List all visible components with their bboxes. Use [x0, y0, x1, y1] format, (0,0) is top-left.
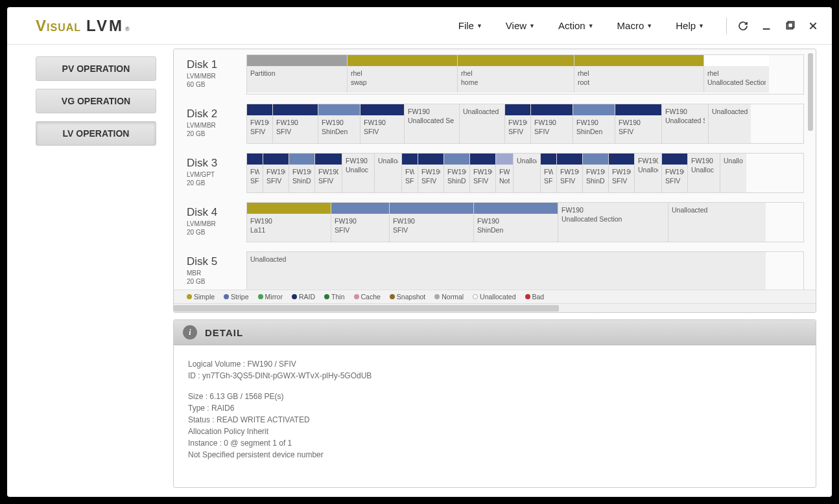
menu-macro[interactable]: Macro▼	[606, 15, 665, 36]
legend-item: Normal	[434, 293, 464, 301]
disk-segment[interactable]: FW190SFIV	[541, 154, 557, 192]
detail-panel: i DETAIL Logical Volume : FW190 / SFIV I…	[173, 319, 816, 488]
close-icon[interactable]	[807, 20, 819, 32]
disk-meta: LVM/GPT20 GB	[187, 170, 246, 187]
menu-file[interactable]: File▼	[447, 15, 494, 36]
disk-segment[interactable]: FW190La11	[247, 203, 331, 242]
lv-operation-button[interactable]: LV OPERATION	[36, 121, 156, 146]
minimize-icon[interactable]	[761, 20, 772, 32]
disk-segment[interactable]: FW190SFIV	[263, 154, 289, 192]
disk-name: Disk 2	[187, 108, 246, 120]
disk-segment[interactable]: Unalloa	[514, 154, 541, 192]
disk-row: Disk 4LVM/MBR20 GBFW190La11FW190SFIVFW19…	[187, 202, 804, 242]
disk-segment[interactable]: FW190SFIV	[315, 154, 342, 192]
disk-segment[interactable]: FW190Unallocated Se	[405, 104, 460, 143]
legend-item: Simple	[187, 293, 215, 301]
disk-segment[interactable]: FW190Unalloc	[688, 154, 720, 192]
disk-segment[interactable]: Unalloacted	[247, 252, 766, 290]
horizontal-scrollbar[interactable]	[174, 303, 816, 312]
legend-item: Thin	[324, 293, 344, 301]
info-icon: i	[183, 325, 197, 339]
disk-segment[interactable]: Unalloa	[720, 154, 746, 192]
menu-action[interactable]: Action▼	[547, 15, 606, 36]
detail-inst: Instance : 0 @ segment 1 of 1	[188, 437, 801, 449]
disk-segment[interactable]: rhelUnallocated Section	[704, 55, 769, 93]
caret-down-icon: ▼	[477, 23, 482, 29]
disk-segment[interactable]: rhelswap	[348, 55, 458, 93]
detail-id: ID : yn7TGh-3QS5-DlNt-pGWX-WTvX-plHy-5GO…	[188, 370, 801, 382]
legend-item: Unallocated	[473, 293, 515, 301]
disk-segment[interactable]: Unalloacted	[460, 104, 505, 143]
disk-segment[interactable]: FW190SFIV	[615, 104, 662, 143]
disk-segment[interactable]: FW190Unalloc	[342, 154, 375, 192]
legend-item: Stripe	[224, 293, 248, 301]
disk-name: Disk 5	[187, 255, 246, 268]
disk-segment[interactable]: FW190ShinDen	[318, 104, 360, 143]
disk-segment[interactable]: FW190SFIV	[360, 104, 405, 143]
disk-segment[interactable]: rhelhome	[458, 55, 574, 93]
disk-row: Disk 5MBR20 GBUnalloacted	[187, 251, 804, 290]
menu-view[interactable]: View▼	[494, 15, 547, 36]
disk-segment[interactable]: Unalloacted	[709, 104, 751, 143]
disk-row: Disk 2LVM/MBR20 GBFW190SFIVFW190SFIVFW19…	[187, 104, 804, 144]
disk-segment[interactable]: FW190Not	[496, 154, 514, 192]
disk-segment[interactable]: Unalloacted	[668, 203, 766, 242]
menu-help[interactable]: Help▼	[664, 15, 716, 36]
disk-segment[interactable]: FW190SFIV	[609, 154, 635, 192]
disk-name: Disk 1	[187, 58, 246, 71]
legend-item: Mirror	[258, 293, 283, 301]
pv-operation-button[interactable]: PV OPERATION	[36, 56, 156, 81]
disk-meta: MBR20 GB	[187, 269, 246, 286]
disk-visualization-panel: Disk 1LVM/MBR60 GBPartitionrhelswaprhelh…	[173, 49, 816, 313]
disk-row: Disk 1LVM/MBR60 GBPartitionrhelswaprhelh…	[187, 54, 804, 95]
disk-segment[interactable]: FW190Unallocated S	[662, 104, 709, 143]
app-logo: VISUAL LVM®	[36, 17, 130, 35]
disk-meta: LVM/MBR20 GB	[187, 121, 246, 138]
detail-dev: Not Specified persistent device number	[188, 449, 801, 461]
disk-segment[interactable]: FW190SFIV	[418, 154, 444, 192]
caret-down-icon: ▼	[588, 23, 594, 29]
disk-segment[interactable]: FW190SFIV	[273, 104, 318, 143]
disk-segment[interactable]: FW190SFIV	[331, 203, 390, 242]
detail-size: Size : 6.13 GB / 1568 PE(s)	[188, 391, 801, 402]
disk-segment[interactable]: FW190ShinDen	[583, 154, 609, 192]
disk-segment[interactable]: FW190SFIV	[247, 104, 273, 143]
disk-segment[interactable]: FW190Unallocated Section	[558, 203, 668, 242]
disk-segment[interactable]: Unalloa	[375, 154, 402, 192]
disk-segment[interactable]: FW190SFIV	[662, 154, 688, 192]
maximize-icon[interactable]	[784, 20, 796, 32]
vertical-scrollbar[interactable]	[808, 53, 814, 290]
disk-segment[interactable]: FW190Unalloc	[635, 154, 662, 192]
disk-row: Disk 3LVM/GPT20 GBFW190SFIVFW190SFIVFW19…	[187, 153, 804, 193]
caret-down-icon: ▼	[698, 23, 704, 29]
disk-segment[interactable]: FW190ShinDen	[289, 154, 315, 192]
disk-segment[interactable]: FW190SFIV	[531, 104, 573, 143]
disk-segment[interactable]: FW190ShinDen	[444, 154, 470, 192]
vg-operation-button[interactable]: VG OPERATION	[36, 89, 156, 113]
detail-lv: Logical Volume : FW190 / SFIV	[188, 358, 801, 370]
disk-segment[interactable]: FW190SFIV	[557, 154, 583, 192]
caret-down-icon: ▼	[529, 23, 535, 29]
disk-name: Disk 4	[187, 206, 246, 219]
disk-segment[interactable]: FW190SFIV	[505, 104, 531, 143]
disk-name: Disk 3	[187, 157, 246, 170]
disk-segment[interactable]: FW190SFIV	[402, 154, 418, 192]
detail-type: Type : RAID6	[188, 402, 801, 414]
disk-meta: LVM/MBR60 GB	[187, 72, 246, 89]
legend-item: Snapshot	[390, 293, 425, 301]
disk-segment[interactable]: FW190ShinDen	[573, 104, 615, 143]
detail-alloc: Allocation Policy Inherit	[188, 426, 801, 437]
disk-segment[interactable]: FW190SFIV	[470, 154, 496, 192]
disk-segment[interactable]: Partition	[247, 55, 348, 93]
legend-item: RAID	[292, 293, 315, 301]
detail-title: DETAIL	[205, 327, 243, 338]
detail-status: Status : READ WRITE ACTIVATED	[188, 414, 801, 426]
disk-segment[interactable]: FW190SFIV	[247, 154, 263, 192]
caret-down-icon: ▼	[646, 23, 652, 29]
legend-item: Cache	[354, 293, 381, 301]
disk-segment[interactable]: FW190ShinDen	[474, 203, 558, 242]
disk-meta: LVM/MBR20 GB	[187, 220, 246, 236]
disk-segment[interactable]: FW190SFIV	[390, 203, 474, 242]
disk-segment[interactable]: rhelroot	[574, 55, 704, 93]
refresh-icon[interactable]	[737, 20, 749, 32]
